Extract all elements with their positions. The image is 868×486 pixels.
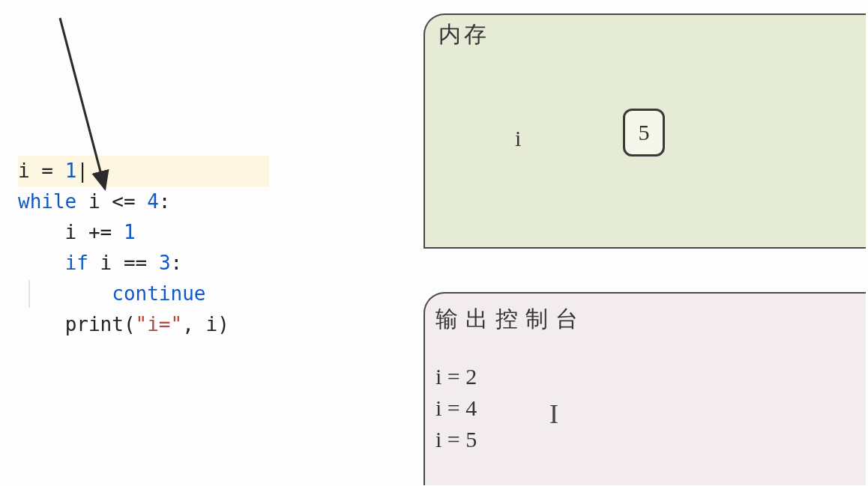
text-cursor-icon: I — [549, 398, 558, 430]
memory-panel: 内存 i 5 — [424, 13, 866, 249]
console-line: i = 4 — [435, 392, 477, 424]
code-line-5: continue — [18, 279, 318, 309]
code-block: i = 1| while i <= 4: i += 1 if i == 3: c… — [18, 156, 318, 340]
console-output: i = 2 i = 4 i = 5 — [435, 361, 477, 455]
code-line-4: if i == 3: — [18, 248, 318, 279]
code-line-3: i += 1 — [18, 217, 318, 248]
console-line: i = 5 — [435, 424, 477, 455]
code-line-1: i = 1| — [18, 156, 269, 186]
console-title: 输出控制台 — [435, 304, 585, 335]
memory-var-value: 5 — [623, 109, 665, 157]
console-line: i = 2 — [435, 361, 477, 392]
code-line-6: print("i=", i) — [18, 309, 318, 340]
memory-title: 内存 — [438, 19, 489, 50]
code-line-2: while i <= 4: — [18, 186, 318, 217]
memory-var-name: i — [515, 126, 521, 151]
console-panel: 输出控制台 i = 2 i = 4 i = 5 I — [424, 292, 866, 485]
